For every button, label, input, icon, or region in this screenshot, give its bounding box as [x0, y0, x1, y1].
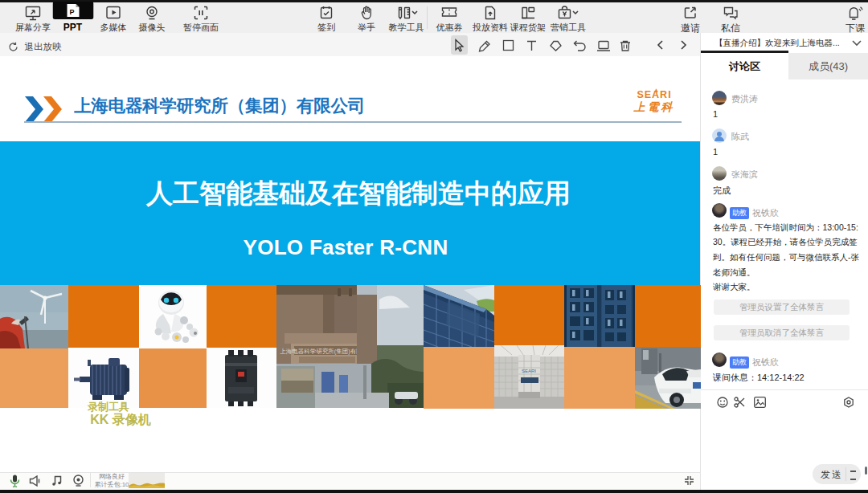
svg-text:SEARI: SEARI	[522, 369, 536, 373]
svg-text:P: P	[69, 8, 74, 16]
